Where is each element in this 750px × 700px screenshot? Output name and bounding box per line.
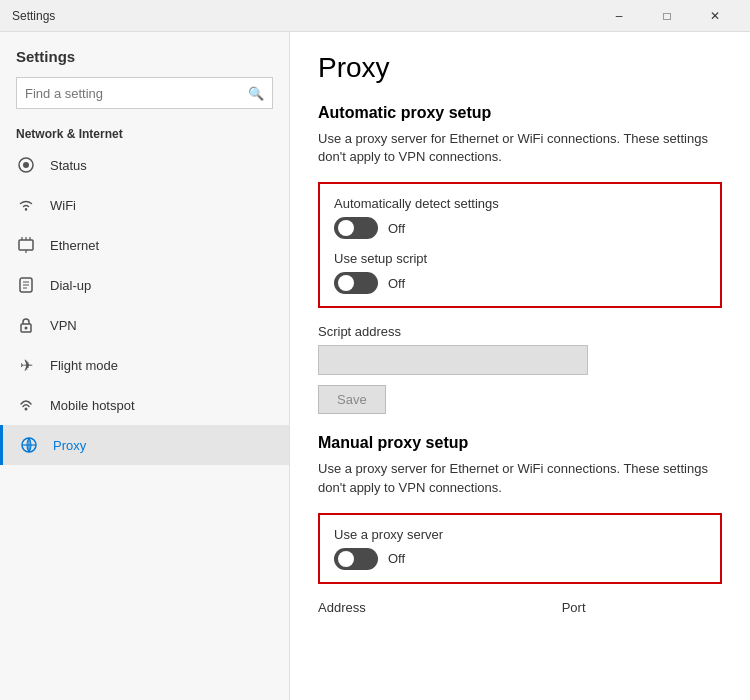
detect-settings-toggle-label: Off [388,221,405,236]
ethernet-icon [16,235,36,255]
use-proxy-toggle[interactable] [334,548,378,570]
sidebar-item-vpn[interactable]: VPN [0,305,289,345]
dialup-icon [16,275,36,295]
sidebar-item-ethernet[interactable]: Ethernet [0,225,289,265]
auto-setup-box: Automatically detect settings Off Use se… [318,182,722,308]
sidebar-item-label: Ethernet [50,238,99,253]
manual-setup-title: Manual proxy setup [318,434,722,452]
use-proxy-toggle-container: Off [334,548,706,570]
search-icon: 🔍 [248,86,264,101]
maximize-button[interactable]: □ [644,0,690,32]
sidebar-item-label: Status [50,158,87,173]
use-proxy-label: Use a proxy server [334,527,706,542]
status-icon [16,155,36,175]
sidebar-item-label: Dial-up [50,278,91,293]
detect-settings-knob [338,220,354,236]
svg-point-1 [23,162,29,168]
port-label: Port [562,600,586,615]
close-button[interactable]: ✕ [692,0,738,32]
setup-script-knob [338,275,354,291]
manual-setup-desc: Use a proxy server for Ethernet or WiFi … [318,460,722,496]
app-title: Settings [12,9,55,23]
script-address-input[interactable] [318,345,588,375]
vpn-icon [16,315,36,335]
sidebar: Settings 🔍 Network & Internet Status [0,32,290,700]
svg-rect-3 [19,240,33,250]
sidebar-item-proxy[interactable]: Proxy [0,425,289,465]
sidebar-item-label: Mobile hotspot [50,398,135,413]
svg-point-14 [25,408,28,411]
search-input[interactable] [25,86,248,101]
sidebar-item-dialup[interactable]: Dial-up [0,265,289,305]
detect-settings-toggle[interactable] [334,217,378,239]
flight-icon: ✈ [16,355,36,375]
page-title: Proxy [318,52,722,84]
window-controls: – □ ✕ [596,0,738,32]
setup-script-toggle-container: Off [334,272,706,294]
auto-setup-title: Automatic proxy setup [318,104,722,122]
setup-script-row: Use setup script Off [334,251,706,294]
sidebar-section-title: Network & Internet [0,121,289,145]
detect-settings-toggle-container: Off [334,217,706,239]
sidebar-header: Settings [0,32,289,73]
use-proxy-row: Use a proxy server Off [334,527,706,570]
sidebar-item-wifi[interactable]: WiFi [0,185,289,225]
svg-point-2 [25,208,27,210]
content-area: Proxy Automatic proxy setup Use a proxy … [290,32,750,700]
app-body: Settings 🔍 Network & Internet Status [0,32,750,700]
svg-point-13 [25,327,28,330]
setup-script-toggle[interactable] [334,272,378,294]
sidebar-item-status[interactable]: Status [0,145,289,185]
sidebar-item-label: Flight mode [50,358,118,373]
search-box[interactable]: 🔍 [16,77,273,109]
address-label: Address [318,600,366,615]
manual-setup-box: Use a proxy server Off [318,513,722,584]
detect-settings-row: Automatically detect settings Off [334,196,706,239]
sidebar-item-flight[interactable]: ✈ Flight mode [0,345,289,385]
auto-setup-desc: Use a proxy server for Ethernet or WiFi … [318,130,722,166]
use-proxy-toggle-label: Off [388,551,405,566]
sidebar-item-hotspot[interactable]: Mobile hotspot [0,385,289,425]
title-bar: Settings – □ ✕ [0,0,750,32]
save-button[interactable]: Save [318,385,386,414]
setup-script-label: Use setup script [334,251,706,266]
wifi-icon [16,195,36,215]
address-port-row: Address Port [318,600,722,615]
hotspot-icon [16,395,36,415]
proxy-icon [19,435,39,455]
setup-script-toggle-label: Off [388,276,405,291]
sidebar-item-label: WiFi [50,198,76,213]
sidebar-item-label: VPN [50,318,77,333]
minimize-button[interactable]: – [596,0,642,32]
script-address-label: Script address [318,324,722,339]
detect-settings-label: Automatically detect settings [334,196,706,211]
sidebar-item-label: Proxy [53,438,86,453]
use-proxy-knob [338,551,354,567]
